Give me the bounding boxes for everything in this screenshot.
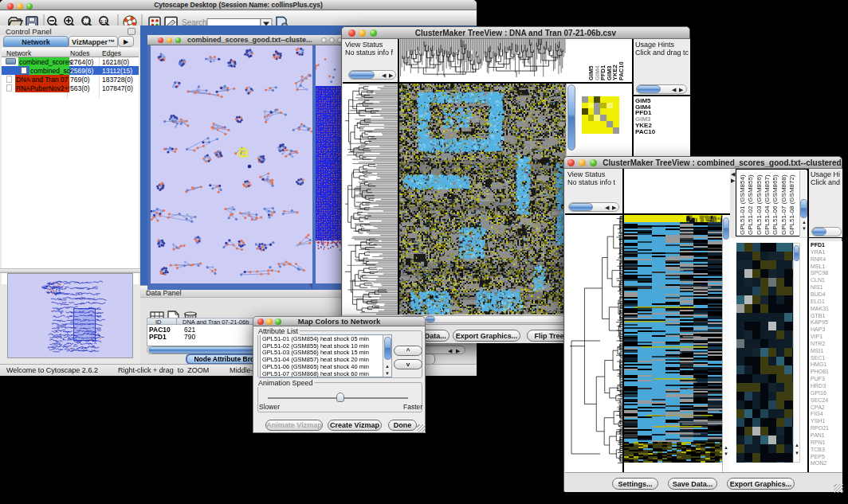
svg-text:1:1: 1:1 <box>100 19 107 24</box>
